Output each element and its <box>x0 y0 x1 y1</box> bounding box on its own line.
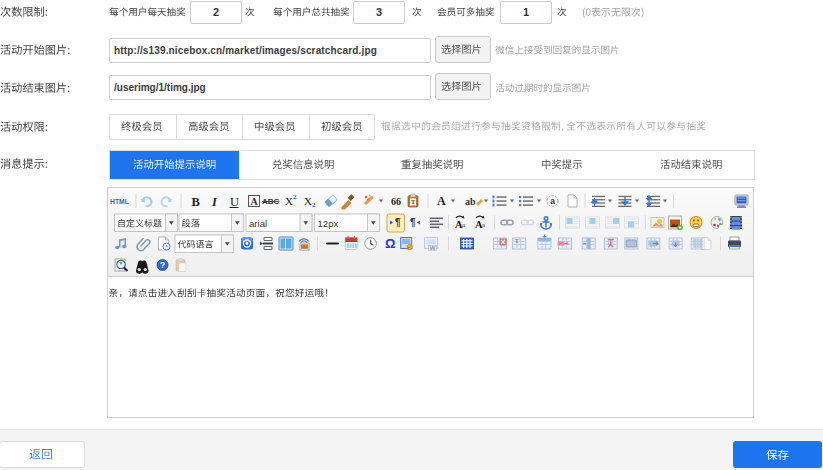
svg-text:B: B <box>192 195 200 209</box>
svg-text:a: a <box>550 196 555 206</box>
svg-text:¶: ¶ <box>410 217 416 228</box>
svg-text:U: U <box>230 195 239 209</box>
svg-text:X: X <box>285 195 293 207</box>
svg-text:W: W <box>430 245 436 251</box>
svg-text:A: A <box>250 196 258 207</box>
svg-text:¶: ¶ <box>395 217 401 228</box>
svg-text:A: A <box>437 194 446 208</box>
svg-text:arial: arial <box>249 218 267 229</box>
svg-text:I: I <box>211 195 218 209</box>
svg-text:a: a <box>462 221 466 229</box>
svg-text:Ω: Ω <box>385 236 395 251</box>
svg-text:T: T <box>411 198 416 206</box>
svg-text:T: T <box>515 237 520 245</box>
svg-text:HTML: HTML <box>110 198 129 205</box>
svg-text:ab: ab <box>465 196 476 207</box>
svg-text:66: 66 <box>391 196 401 207</box>
svg-text:?: ? <box>160 260 166 270</box>
svg-text:12px: 12px <box>318 218 339 229</box>
svg-text:ABC: ABC <box>262 197 280 206</box>
svg-text:X: X <box>304 195 312 207</box>
svg-text:a: a <box>482 221 486 229</box>
svg-text:2: 2 <box>293 193 297 201</box>
svg-text:2: 2 <box>312 201 316 209</box>
